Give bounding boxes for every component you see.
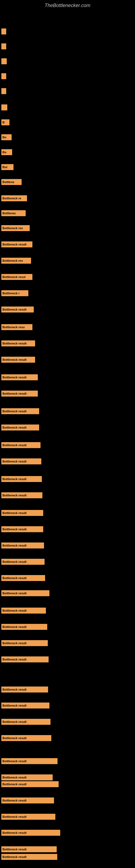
bar-item: Bottleneck result [1, 830, 60, 836]
bar-label: Bottleneck result [2, 815, 27, 818]
bar-item: Bo [1, 149, 12, 155]
bar-label: Bottleneck result [2, 720, 27, 723]
bar-item: Bottleneck re [1, 195, 27, 201]
bar-item: Bottleneck result [1, 854, 57, 860]
bar-label: Bottleneck res [2, 226, 23, 230]
bar-label: Bottleneck resul [2, 275, 26, 279]
bar-item: Bottleneck result [1, 814, 55, 820]
bar-item: Bottleneck result [1, 340, 35, 346]
bar-label: Bottleneck result [2, 831, 27, 834]
bar-item: Bottleneck result [1, 781, 58, 787]
bar-item: Bottleneck result [1, 656, 49, 662]
bar-label: Bot [2, 165, 7, 169]
bar-label: Bottleneck result [2, 577, 27, 580]
bar-label: Bottleneck result [2, 410, 27, 413]
bar-label: Bottleneck result [2, 704, 27, 707]
bar-item: Bottleneck result [1, 798, 54, 803]
bar-item: Bottleneck resu [1, 324, 32, 330]
bar-item: Bottleneck result [1, 542, 44, 549]
bar-label: Bottleneck result [2, 799, 27, 802]
bar-label: Bottlenec [2, 212, 16, 215]
bar-label: Bottleneck result [2, 855, 27, 859]
bar-label: Bottleneck result [2, 426, 27, 429]
bar-label: Bottleneck result [2, 460, 27, 463]
bar-label: Bottleneck result [2, 560, 27, 563]
bar-label: Bottleneck result [2, 688, 27, 691]
bar-item [1, 29, 6, 34]
bar-item: Bottleneck result [1, 408, 39, 414]
bar-label: Bottleneck result [2, 528, 27, 531]
bar-label: Bottleneck result [2, 642, 27, 645]
bar-label: Bottleneck resu [2, 326, 25, 329]
bar-label: Bottleneck result [2, 776, 27, 779]
bar-item [1, 104, 7, 111]
bar-label: Bottleneck re [2, 197, 21, 200]
bar-item: Bottleneck result [1, 510, 43, 516]
bar-item: Bottleneck res [1, 225, 30, 231]
bar-item: Bottleneck result [1, 425, 39, 431]
bar-item: Bottleneck result [1, 442, 41, 448]
bar-label: Bottleneck result [2, 737, 27, 740]
bar-item: Bottleneck res [1, 258, 31, 264]
bar-item: Bot [1, 164, 13, 170]
bar-item: B [1, 119, 9, 125]
bar-label: Bo [2, 135, 6, 139]
bar-label: Bottleneck result [2, 625, 27, 628]
bar-item: Bottleneck result [1, 492, 42, 498]
bar-item [1, 88, 6, 94]
bar-item: Bottleneck result [1, 758, 57, 764]
bar-item: Bottleneck result [1, 458, 41, 464]
bar-label: Bottleneck result [2, 782, 27, 786]
bar-label: Bottleneck result [2, 392, 27, 395]
bar-item: Bottleneck result [1, 608, 46, 614]
bar-label: Bottleneck result [2, 376, 27, 379]
bar-item: Bottleneck result [1, 526, 43, 532]
bar-label: Bottleneck result [2, 243, 27, 246]
bar-label: Bottleneck result [2, 592, 27, 595]
bar-label: Bottleneck res [2, 259, 23, 262]
bar-item: Bottleneck result [1, 719, 50, 725]
bar-item: Bo [1, 134, 12, 140]
bar-item: Bottleneck result [1, 686, 48, 692]
bar-item: Bottleneck result [1, 476, 42, 482]
bar-label: Bottleneck result [2, 609, 27, 612]
bar-label: Bottleneck result [2, 477, 27, 480]
bar-item: Bottleneck result [1, 846, 57, 852]
bar-item: Bottleneck result [1, 374, 38, 380]
bar-item: Bottleneck result [1, 774, 53, 780]
bar-item: Bottlenec [1, 210, 26, 216]
bar-item: Bottleneck result [1, 703, 49, 709]
bar-label: Bottleneck result [2, 358, 27, 361]
bar-label: Bo [2, 151, 6, 154]
bar-item: Bottleneck result [1, 575, 45, 581]
bar-item: Bottleneck result [1, 590, 49, 596]
bar-label: Bottleneck result [2, 511, 27, 515]
bar-label: Bottlene [2, 180, 14, 184]
bar-item [1, 73, 6, 79]
bar-label: Bottleneck result [2, 342, 27, 345]
bar-item [1, 58, 7, 64]
bar-item: Bottleneck result [1, 640, 48, 646]
bar-item: Bottleneck resul [1, 274, 32, 280]
bar-label: Bottleneck result [2, 494, 27, 497]
bar-item: Bottleneck result [1, 624, 47, 630]
bar-label: Bottleneck result [2, 544, 27, 547]
site-title: TheBottlenecker.com [0, 0, 135, 10]
bar-item: Bottleneck result [1, 391, 38, 397]
bar-label: Bottleneck result [2, 760, 27, 763]
bar-label: B [2, 121, 5, 124]
bar-item: Bottleneck result [1, 559, 45, 565]
bar-item: Bottleneck result [1, 241, 32, 247]
bar-label: Bottleneck r [2, 291, 20, 295]
bar-item: Bottleneck r [1, 290, 28, 296]
bar-label: Bottleneck result [2, 443, 27, 447]
bar-item: Bottlene [1, 179, 21, 185]
bar-item [1, 43, 6, 50]
bar-item: Bottleneck result [1, 357, 35, 363]
bar-label: Bottleneck result [2, 658, 27, 661]
bar-item: Bottleneck result [1, 307, 34, 312]
bar-item: Bottleneck result [1, 735, 51, 741]
bar-label: Bottleneck result [2, 308, 27, 311]
bar-label: Bottleneck result [2, 848, 27, 851]
